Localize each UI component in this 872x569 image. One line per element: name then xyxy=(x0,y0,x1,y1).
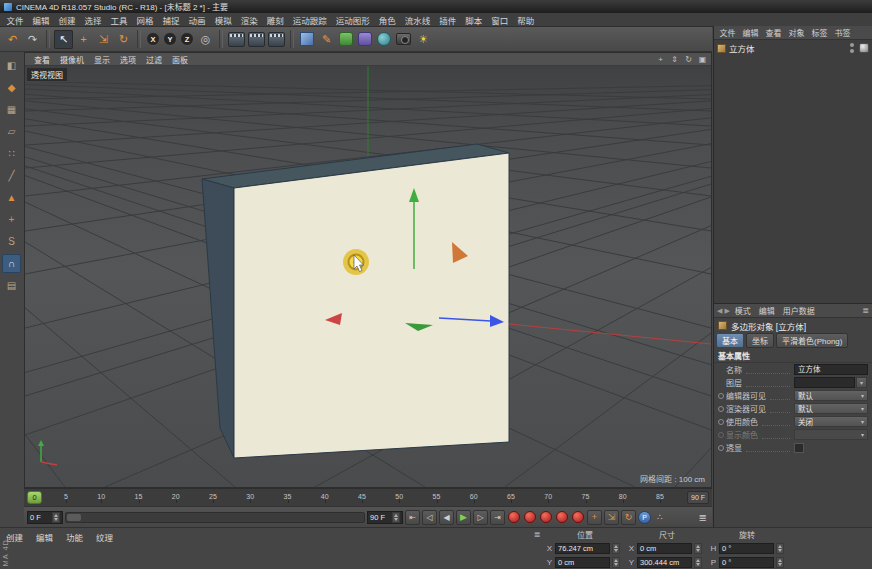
animate-position-toggle[interactable]: + xyxy=(587,510,602,525)
am-tab-userdata[interactable]: 用户数据 xyxy=(780,305,818,316)
primitive-cube-button[interactable] xyxy=(300,32,314,46)
make-editable-button[interactable]: ◧ xyxy=(2,56,21,75)
range-end-input[interactable]: 90 F xyxy=(367,511,403,524)
workplane-mode-button[interactable]: ▱ xyxy=(2,122,21,141)
deformer-button[interactable] xyxy=(358,32,372,46)
material-menu-function[interactable]: 功能 xyxy=(66,531,83,543)
goto-start-button[interactable]: ⇤ xyxy=(405,510,420,525)
cube-front-face[interactable] xyxy=(234,153,509,458)
menu-file[interactable]: 文件 xyxy=(2,14,28,26)
menu-simulate[interactable]: 模拟 xyxy=(210,14,236,26)
model-mode-button[interactable]: ◆ xyxy=(2,78,21,97)
menu-mograph[interactable]: 运动图形 xyxy=(331,14,374,26)
range-start-input[interactable]: 0 F xyxy=(27,511,63,524)
perspective-viewport[interactable]: 查看 摄像机 显示 选项 过滤 面板 + ⇕ ↻ ▣ 透视视图 xyxy=(24,52,712,488)
layer-field[interactable]: ▾ xyxy=(794,377,868,388)
vp-menu-view[interactable]: 查看 xyxy=(29,54,55,65)
animate-scale-toggle[interactable]: ⇲ xyxy=(604,510,619,525)
snap-toggle-button[interactable]: ∩ xyxy=(2,254,21,273)
menu-render[interactable]: 渲染 xyxy=(236,14,262,26)
selection-tool-button[interactable]: ↖ xyxy=(54,30,73,49)
spinner-icon[interactable] xyxy=(612,557,620,568)
previous-frame-button[interactable]: ◀ xyxy=(439,510,454,525)
vp-menu-display[interactable]: 显示 xyxy=(89,54,115,65)
record-keyframe-button[interactable] xyxy=(508,511,520,523)
spinner-icon[interactable] xyxy=(612,543,620,554)
edges-mode-button[interactable]: ╱ xyxy=(2,166,21,185)
solo-toggle-button[interactable]: S xyxy=(2,232,21,251)
mograph-button[interactable] xyxy=(339,32,353,46)
om-tab-tags[interactable]: 标签 xyxy=(808,27,831,38)
pan-view-icon[interactable]: + xyxy=(655,55,666,64)
parameter-key-toggle[interactable]: P xyxy=(638,511,651,524)
menu-help[interactable]: 帮助 xyxy=(513,14,539,26)
timeline-range-slider[interactable] xyxy=(65,512,365,523)
material-menu-edit[interactable]: 编辑 xyxy=(36,531,53,543)
keyframe-dot-icon[interactable] xyxy=(718,393,724,399)
pla-key-toggle[interactable]: ∴ xyxy=(653,512,667,522)
material-menu-texture[interactable]: 纹理 xyxy=(96,531,113,543)
rotation-h-input[interactable]: 0 ° xyxy=(719,543,774,554)
vp-menu-filter[interactable]: 过滤 xyxy=(141,54,167,65)
animate-rotation-toggle[interactable]: ↻ xyxy=(621,510,636,525)
play-button[interactable]: ▶ xyxy=(456,510,471,525)
timeline-ruler[interactable]: 0 5 10 15 20 25 30 35 40 45 50 55 60 65 … xyxy=(24,488,712,506)
spinner-icon[interactable] xyxy=(694,557,702,568)
range-end-value[interactable]: 90 F xyxy=(370,512,390,523)
z-axis-lock-button[interactable]: Z xyxy=(180,32,194,46)
om-tab-objects[interactable]: 对象 xyxy=(785,27,808,38)
render-picture-viewer-button[interactable] xyxy=(248,32,265,47)
om-tab-file[interactable]: 文件 xyxy=(716,27,739,38)
am-tab-edit[interactable]: 编辑 xyxy=(756,305,778,316)
render-settings-button[interactable] xyxy=(268,32,285,47)
spinner-icon[interactable] xyxy=(776,543,784,554)
workplane-lock-button[interactable]: ▤ xyxy=(2,276,21,295)
menu-tools[interactable]: 工具 xyxy=(106,14,132,26)
object-list-item-cube[interactable]: 立方体 xyxy=(714,40,872,56)
spinner-icon[interactable] xyxy=(52,512,60,523)
size-y-input[interactable]: 300.444 cm xyxy=(637,557,692,568)
record-scale-toggle[interactable] xyxy=(556,511,568,523)
am-menu-icon[interactable]: ≣ xyxy=(862,306,869,315)
editor-visibility-dropdown[interactable]: 默认 ▾ xyxy=(794,390,868,401)
position-x-input[interactable]: 76.247 cm xyxy=(555,543,610,554)
points-mode-button[interactable]: ∷ xyxy=(2,144,21,163)
previous-key-button[interactable]: ◁ xyxy=(422,510,437,525)
polygons-mode-button[interactable]: ▲ xyxy=(2,188,21,207)
spinner-icon[interactable] xyxy=(392,512,400,523)
position-y-input[interactable]: 0 cm xyxy=(555,557,610,568)
next-frame-button[interactable]: ▷ xyxy=(473,510,488,525)
menu-select[interactable]: 选择 xyxy=(80,14,106,26)
render-view-button[interactable] xyxy=(228,32,245,47)
goto-end-button[interactable]: ⇥ xyxy=(490,510,505,525)
menu-animate[interactable]: 动画 xyxy=(184,14,210,26)
rotate-tool-button[interactable]: ↻ xyxy=(114,30,133,49)
y-axis-lock-button[interactable]: Y xyxy=(163,32,177,46)
editor-visibility-dot[interactable] xyxy=(850,43,854,47)
size-x-input[interactable]: 0 cm xyxy=(637,543,692,554)
dolly-view-icon[interactable]: ⇕ xyxy=(669,55,680,64)
name-field[interactable]: 立方体 xyxy=(794,364,868,375)
range-start-value[interactable]: 0 F xyxy=(30,512,50,523)
vp-menu-panel[interactable]: 面板 xyxy=(167,54,193,65)
am-button-coordinates[interactable]: 坐标 xyxy=(746,333,774,348)
coord-menu-icon[interactable]: ≣ xyxy=(530,528,544,541)
viewport-canvas[interactable]: 网格间距 : 100 cm xyxy=(25,66,711,487)
am-button-phong[interactable]: 平滑着色(Phong) xyxy=(776,333,848,348)
cube-left-face[interactable] xyxy=(202,179,234,458)
keyframe-dot-icon[interactable] xyxy=(718,406,724,412)
renderer-visibility-dot[interactable] xyxy=(850,49,854,53)
layer-value-box[interactable] xyxy=(794,377,855,388)
om-tab-edit[interactable]: 编辑 xyxy=(739,27,762,38)
axis-mode-button[interactable]: + xyxy=(2,210,21,229)
spinner-icon[interactable] xyxy=(776,557,784,568)
maximize-view-icon[interactable]: ▣ xyxy=(697,55,708,64)
om-tab-view[interactable]: 查看 xyxy=(762,27,785,38)
phong-tag-icon[interactable] xyxy=(859,43,869,53)
xray-checkbox[interactable] xyxy=(794,443,804,453)
om-tab-bookmarks[interactable]: 书签 xyxy=(831,27,854,38)
menu-mesh[interactable]: 网格 xyxy=(132,14,158,26)
menu-sculpt[interactable]: 雕刻 xyxy=(262,14,288,26)
keyframe-dot-icon[interactable] xyxy=(718,419,724,425)
menu-snap[interactable]: 捕捉 xyxy=(158,14,184,26)
